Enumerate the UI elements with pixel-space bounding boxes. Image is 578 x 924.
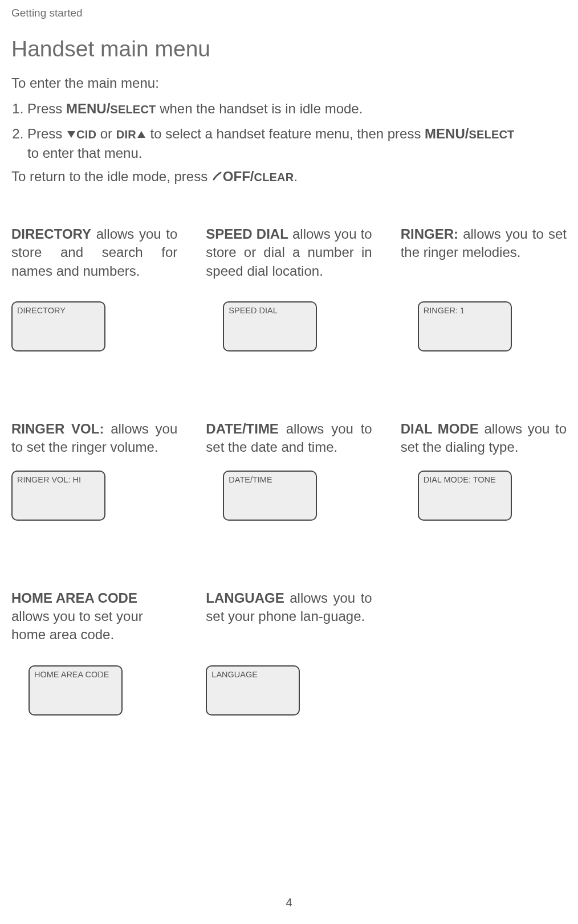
cell-directory: DIRECTORY allows you to store and search… bbox=[11, 225, 177, 351]
speed-dial-desc: SPEED DIAL allows you to store or dial a… bbox=[206, 225, 372, 288]
ringer-vol-desc: RINGER VOL: allows you to set the ringer… bbox=[11, 420, 177, 457]
menu-select-label-1a: MENU/ bbox=[66, 101, 110, 116]
step-1-pre: Press bbox=[27, 101, 66, 116]
triangle-up-icon bbox=[136, 125, 146, 144]
menu-select-label-1b: SELECT bbox=[110, 103, 156, 116]
step-1: Press MENU/SELECT when the handset is in… bbox=[27, 99, 567, 118]
off-clear-label-b: CLEAR bbox=[254, 171, 294, 183]
cell-home-area: HOME AREA CODE allows you to set your ho… bbox=[11, 589, 177, 716]
return-line: To return to the idle mode, press OFF/CL… bbox=[11, 169, 567, 185]
dir-label: DIR bbox=[116, 128, 136, 141]
cell-dial-mode: DIAL MODE allows you to set the dialing … bbox=[401, 420, 567, 521]
ringer-lead: RINGER: bbox=[401, 226, 458, 242]
step-2: Press CID or DIR to select a handset fea… bbox=[27, 124, 567, 163]
home-area-lead: HOME AREA CODE bbox=[11, 590, 137, 606]
intro-text: To enter the main menu: bbox=[11, 75, 567, 91]
ringer-vol-lead: RINGER VOL: bbox=[11, 421, 104, 436]
svg-marker-0 bbox=[67, 131, 75, 138]
menu-select-label-2a: MENU/ bbox=[425, 126, 469, 141]
cell-date-time: DATE/TIME allows you to set the date and… bbox=[206, 420, 372, 521]
language-lead: LANGUAGE bbox=[206, 590, 284, 606]
cid-label: CID bbox=[76, 128, 96, 141]
handset-icon bbox=[211, 169, 223, 185]
page-root: Getting started Handset main menu To ent… bbox=[0, 0, 578, 924]
dial-mode-desc: DIAL MODE allows you to set the dialing … bbox=[401, 420, 567, 457]
ringer-desc: RINGER: allows you to set the ringer mel… bbox=[401, 225, 567, 288]
menu-select-label-2b: SELECT bbox=[469, 128, 514, 141]
page-title: Handset main menu bbox=[11, 36, 567, 62]
return-post: . bbox=[294, 169, 298, 184]
directory-screen: DIRECTORY bbox=[11, 301, 105, 351]
home-area-desc: HOME AREA CODE allows you to set your ho… bbox=[11, 589, 177, 652]
step-2-pre: Press bbox=[27, 126, 66, 141]
speed-dial-lead: SPEED DIAL bbox=[206, 226, 288, 242]
page-number: 4 bbox=[0, 896, 578, 909]
speed-dial-screen: SPEED DIAL bbox=[223, 301, 317, 351]
language-screen: LANGUAGE bbox=[206, 665, 300, 716]
ringer-vol-screen: RINGER VOL: HI bbox=[11, 471, 105, 521]
menu-grid: DIRECTORY allows you to store and search… bbox=[11, 225, 567, 784]
cell-empty bbox=[401, 589, 567, 716]
step-1-post: when the handset is in idle mode. bbox=[156, 101, 363, 116]
date-time-lead: DATE/TIME bbox=[206, 421, 279, 436]
step-2-mid: to select a handset feature menu, then p… bbox=[146, 126, 425, 141]
date-time-desc: DATE/TIME allows you to set the date and… bbox=[206, 420, 372, 457]
step-2-post: to enter that menu. bbox=[27, 145, 142, 161]
dial-mode-screen: DIAL MODE: TONE bbox=[418, 471, 512, 521]
directory-lead: DIRECTORY bbox=[11, 226, 91, 242]
dial-mode-lead: DIAL MODE bbox=[401, 421, 479, 436]
triangle-down-icon bbox=[66, 125, 76, 144]
step-2-or: or bbox=[96, 126, 116, 141]
section-label: Getting started bbox=[11, 7, 567, 19]
steps-list: Press MENU/SELECT when the handset is in… bbox=[11, 99, 567, 163]
cell-ringer-vol: RINGER VOL: allows you to set the ringer… bbox=[11, 420, 177, 521]
language-desc: LANGUAGE allows you to set your phone la… bbox=[206, 589, 372, 652]
directory-desc: DIRECTORY allows you to store and search… bbox=[11, 225, 177, 288]
cell-speed-dial: SPEED DIAL allows you to store or dial a… bbox=[206, 225, 372, 351]
cell-ringer: RINGER: allows you to set the ringer mel… bbox=[401, 225, 567, 351]
date-time-screen: DATE/TIME bbox=[223, 471, 317, 521]
svg-marker-1 bbox=[137, 131, 145, 138]
home-area-text: allows you to set your home area code. bbox=[11, 608, 146, 642]
ringer-screen: RINGER: 1 bbox=[418, 301, 512, 351]
off-clear-label-a: OFF/ bbox=[223, 169, 254, 184]
home-area-screen: HOME AREA CODE bbox=[29, 665, 123, 716]
return-pre: To return to the idle mode, press bbox=[11, 169, 211, 184]
cell-language: LANGUAGE allows you to set your phone la… bbox=[206, 589, 372, 716]
